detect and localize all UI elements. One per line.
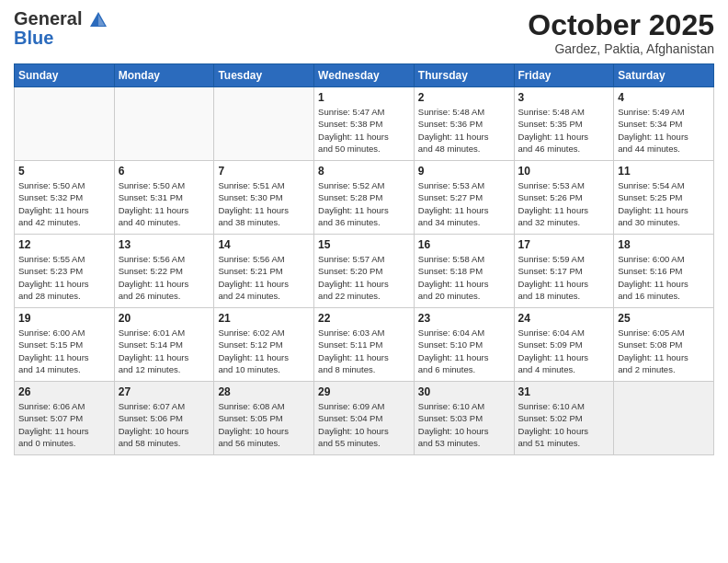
logo-general: General bbox=[14, 8, 82, 29]
day-number: 12 bbox=[18, 238, 110, 251]
header: General Blue October 2025 Gardez, Paktia… bbox=[14, 9, 714, 56]
day-detail: Sunrise: 5:48 AM Sunset: 5:36 PM Dayligh… bbox=[418, 106, 510, 155]
day-number: 4 bbox=[618, 91, 710, 104]
calendar-cell: 27Sunrise: 6:07 AM Sunset: 5:06 PM Dayli… bbox=[114, 382, 214, 455]
calendar-cell bbox=[614, 382, 714, 455]
day-number: 9 bbox=[418, 165, 510, 178]
calendar-cell: 25Sunrise: 6:05 AM Sunset: 5:08 PM Dayli… bbox=[614, 308, 714, 382]
day-detail: Sunrise: 6:10 AM Sunset: 5:03 PM Dayligh… bbox=[418, 400, 510, 449]
day-detail: Sunrise: 5:56 AM Sunset: 5:22 PM Dayligh… bbox=[119, 253, 210, 302]
calendar-cell: 12Sunrise: 5:55 AM Sunset: 5:23 PM Dayli… bbox=[15, 235, 115, 308]
calendar-cell: 11Sunrise: 5:54 AM Sunset: 5:25 PM Dayli… bbox=[614, 161, 714, 235]
logo-icon bbox=[88, 10, 108, 30]
day-detail: Sunrise: 5:49 AM Sunset: 5:34 PM Dayligh… bbox=[618, 106, 710, 155]
day-detail: Sunrise: 5:54 AM Sunset: 5:25 PM Dayligh… bbox=[618, 179, 710, 228]
title-block: October 2025 Gardez, Paktia, Afghanistan bbox=[528, 9, 714, 56]
day-detail: Sunrise: 6:02 AM Sunset: 5:12 PM Dayligh… bbox=[218, 327, 310, 375]
calendar-week-row: 5Sunrise: 5:50 AM Sunset: 5:32 PM Daylig… bbox=[15, 161, 714, 235]
calendar-cell: 28Sunrise: 6:08 AM Sunset: 5:05 PM Dayli… bbox=[214, 382, 314, 455]
day-number: 15 bbox=[318, 238, 410, 251]
day-detail: Sunrise: 6:05 AM Sunset: 5:08 PM Dayligh… bbox=[618, 327, 710, 375]
calendar-week-row: 12Sunrise: 5:55 AM Sunset: 5:23 PM Dayli… bbox=[15, 235, 714, 308]
logo-blue: Blue bbox=[14, 28, 53, 48]
day-number: 22 bbox=[318, 312, 410, 325]
calendar-cell: 20Sunrise: 6:01 AM Sunset: 5:14 PM Dayli… bbox=[114, 308, 214, 382]
calendar-cell: 14Sunrise: 5:56 AM Sunset: 5:21 PM Dayli… bbox=[214, 235, 314, 308]
calendar-cell: 10Sunrise: 5:53 AM Sunset: 5:26 PM Dayli… bbox=[514, 161, 614, 235]
calendar-cell bbox=[15, 87, 115, 161]
day-number: 10 bbox=[518, 165, 610, 178]
day-number: 8 bbox=[318, 165, 410, 178]
weekday-header-wednesday: Wednesday bbox=[314, 64, 415, 87]
weekday-header-sunday: Sunday bbox=[15, 64, 115, 87]
calendar-cell: 29Sunrise: 6:09 AM Sunset: 5:04 PM Dayli… bbox=[314, 382, 415, 455]
day-number: 19 bbox=[18, 312, 110, 325]
calendar-cell: 23Sunrise: 6:04 AM Sunset: 5:10 PM Dayli… bbox=[414, 308, 514, 382]
calendar-cell bbox=[114, 87, 214, 161]
calendar-cell: 15Sunrise: 5:57 AM Sunset: 5:20 PM Dayli… bbox=[314, 235, 415, 308]
day-detail: Sunrise: 5:52 AM Sunset: 5:28 PM Dayligh… bbox=[318, 179, 410, 228]
day-detail: Sunrise: 6:04 AM Sunset: 5:09 PM Dayligh… bbox=[518, 327, 610, 375]
day-number: 3 bbox=[518, 91, 610, 104]
calendar-cell: 1Sunrise: 5:47 AM Sunset: 5:38 PM Daylig… bbox=[314, 87, 415, 161]
calendar-cell: 2Sunrise: 5:48 AM Sunset: 5:36 PM Daylig… bbox=[414, 87, 514, 161]
day-number: 14 bbox=[218, 238, 310, 251]
day-detail: Sunrise: 6:10 AM Sunset: 5:02 PM Dayligh… bbox=[518, 400, 610, 449]
day-detail: Sunrise: 5:47 AM Sunset: 5:38 PM Dayligh… bbox=[318, 106, 410, 155]
calendar-cell: 8Sunrise: 5:52 AM Sunset: 5:28 PM Daylig… bbox=[314, 161, 415, 235]
calendar-cell: 3Sunrise: 5:48 AM Sunset: 5:35 PM Daylig… bbox=[514, 87, 614, 161]
day-detail: Sunrise: 5:55 AM Sunset: 5:23 PM Dayligh… bbox=[18, 253, 110, 302]
calendar-week-row: 1Sunrise: 5:47 AM Sunset: 5:38 PM Daylig… bbox=[15, 87, 714, 161]
day-number: 20 bbox=[119, 312, 210, 325]
day-number: 6 bbox=[119, 165, 210, 178]
weekday-header-saturday: Saturday bbox=[614, 64, 714, 87]
day-number: 1 bbox=[318, 91, 410, 104]
calendar-cell: 22Sunrise: 6:03 AM Sunset: 5:11 PM Dayli… bbox=[314, 308, 415, 382]
day-number: 28 bbox=[218, 385, 310, 398]
calendar-cell: 4Sunrise: 5:49 AM Sunset: 5:34 PM Daylig… bbox=[614, 87, 714, 161]
day-detail: Sunrise: 5:59 AM Sunset: 5:17 PM Dayligh… bbox=[518, 253, 610, 302]
day-detail: Sunrise: 6:00 AM Sunset: 5:15 PM Dayligh… bbox=[18, 327, 110, 375]
calendar-cell: 31Sunrise: 6:10 AM Sunset: 5:02 PM Dayli… bbox=[514, 382, 614, 455]
day-number: 29 bbox=[318, 385, 410, 398]
location-subtitle: Gardez, Paktia, Afghanistan bbox=[528, 41, 714, 56]
calendar-cell: 7Sunrise: 5:51 AM Sunset: 5:30 PM Daylig… bbox=[214, 161, 314, 235]
day-detail: Sunrise: 6:06 AM Sunset: 5:07 PM Dayligh… bbox=[18, 400, 110, 449]
day-detail: Sunrise: 6:00 AM Sunset: 5:16 PM Dayligh… bbox=[618, 253, 710, 302]
day-number: 7 bbox=[218, 165, 310, 178]
calendar-cell: 21Sunrise: 6:02 AM Sunset: 5:12 PM Dayli… bbox=[214, 308, 314, 382]
day-detail: Sunrise: 5:48 AM Sunset: 5:35 PM Dayligh… bbox=[518, 106, 610, 155]
day-number: 21 bbox=[218, 312, 310, 325]
day-detail: Sunrise: 6:04 AM Sunset: 5:10 PM Dayligh… bbox=[418, 327, 510, 375]
day-detail: Sunrise: 5:51 AM Sunset: 5:30 PM Dayligh… bbox=[218, 179, 310, 228]
calendar-cell: 18Sunrise: 6:00 AM Sunset: 5:16 PM Dayli… bbox=[614, 235, 714, 308]
calendar-cell bbox=[214, 87, 314, 161]
calendar-cell: 19Sunrise: 6:00 AM Sunset: 5:15 PM Dayli… bbox=[15, 308, 115, 382]
day-detail: Sunrise: 5:53 AM Sunset: 5:26 PM Dayligh… bbox=[518, 179, 610, 228]
calendar-cell: 13Sunrise: 5:56 AM Sunset: 5:22 PM Dayli… bbox=[114, 235, 214, 308]
day-detail: Sunrise: 6:09 AM Sunset: 5:04 PM Dayligh… bbox=[318, 400, 410, 449]
calendar-cell: 16Sunrise: 5:58 AM Sunset: 5:18 PM Dayli… bbox=[414, 235, 514, 308]
calendar-cell: 5Sunrise: 5:50 AM Sunset: 5:32 PM Daylig… bbox=[15, 161, 115, 235]
day-detail: Sunrise: 5:57 AM Sunset: 5:20 PM Dayligh… bbox=[318, 253, 410, 302]
weekday-header-thursday: Thursday bbox=[414, 64, 514, 87]
day-detail: Sunrise: 6:03 AM Sunset: 5:11 PM Dayligh… bbox=[318, 327, 410, 375]
calendar-cell: 26Sunrise: 6:06 AM Sunset: 5:07 PM Dayli… bbox=[15, 382, 115, 455]
calendar-cell: 24Sunrise: 6:04 AM Sunset: 5:09 PM Dayli… bbox=[514, 308, 614, 382]
calendar-week-row: 19Sunrise: 6:00 AM Sunset: 5:15 PM Dayli… bbox=[15, 308, 714, 382]
weekday-header-tuesday: Tuesday bbox=[214, 64, 314, 87]
day-number: 25 bbox=[618, 312, 710, 325]
day-detail: Sunrise: 5:53 AM Sunset: 5:27 PM Dayligh… bbox=[418, 179, 510, 228]
day-number: 24 bbox=[518, 312, 610, 325]
weekday-header-monday: Monday bbox=[114, 64, 214, 87]
day-number: 26 bbox=[18, 385, 110, 398]
day-number: 2 bbox=[418, 91, 510, 104]
month-title: October 2025 bbox=[528, 9, 714, 41]
calendar-cell: 30Sunrise: 6:10 AM Sunset: 5:03 PM Dayli… bbox=[414, 382, 514, 455]
calendar-table: SundayMondayTuesdayWednesdayThursdayFrid… bbox=[14, 63, 714, 455]
logo: General Blue bbox=[14, 9, 108, 47]
page: General Blue October 2025 Gardez, Paktia… bbox=[0, 0, 728, 563]
day-detail: Sunrise: 5:50 AM Sunset: 5:31 PM Dayligh… bbox=[119, 179, 210, 228]
calendar-week-row: 26Sunrise: 6:06 AM Sunset: 5:07 PM Dayli… bbox=[15, 382, 714, 455]
calendar-header-row: SundayMondayTuesdayWednesdayThursdayFrid… bbox=[15, 64, 714, 87]
